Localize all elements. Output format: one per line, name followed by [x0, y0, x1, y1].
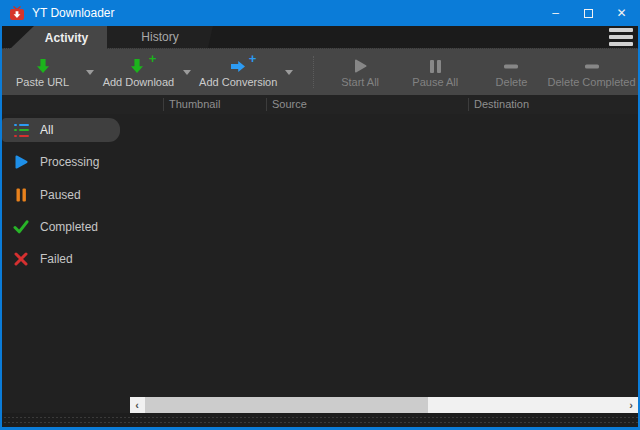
paste-url-button[interactable]: Paste URL	[6, 49, 79, 95]
column-separator	[266, 98, 267, 111]
hamburger-menu-icon[interactable]	[609, 28, 633, 46]
column-destination[interactable]: Destination	[474, 95, 529, 114]
column-thumbnail[interactable]: Thumbnail	[169, 95, 220, 114]
minus-icon	[583, 57, 601, 75]
orange-pause-icon	[13, 187, 29, 203]
toolbar: Paste URL + Add Download + Add Conversio…	[2, 48, 638, 95]
app-logo-icon	[9, 6, 25, 21]
green-check-icon	[13, 219, 29, 235]
pause-all-button[interactable]: Pause All	[401, 49, 470, 95]
delete-completed-button[interactable]: Delete Completed	[545, 49, 638, 95]
sidebar-item-label: Processing	[40, 155, 99, 169]
sidebar-item-label: All	[40, 123, 53, 137]
maximize-icon	[584, 9, 593, 18]
green-down-arrow-icon	[34, 57, 52, 75]
colored-list-icon	[13, 122, 29, 138]
hamburger-bar	[609, 35, 633, 39]
paste-url-dropdown-button[interactable]	[79, 49, 100, 95]
delete-button[interactable]: Delete	[480, 49, 543, 95]
chevron-down-icon	[183, 70, 191, 75]
plus-icon: +	[149, 53, 157, 65]
minus-icon	[502, 57, 520, 75]
column-separator	[468, 98, 469, 111]
chevron-down-icon	[285, 70, 293, 75]
delete-completed-label: Delete Completed	[548, 76, 636, 88]
sidebar-item-label: Completed	[40, 220, 98, 234]
minimize-button[interactable]: –	[539, 0, 572, 26]
add-download-dropdown-button[interactable]	[177, 49, 198, 95]
sidebar-item-label: Paused	[40, 188, 81, 202]
status-bar	[2, 413, 638, 427]
filter-sidebar: All Processing Paused Completed	[2, 114, 130, 413]
add-conversion-dropdown-button[interactable]	[279, 49, 300, 95]
paste-url-label: Paste URL	[16, 76, 69, 88]
download-list-area: All Processing Paused Completed	[2, 114, 638, 413]
delete-label: Delete	[496, 76, 528, 88]
pause-all-label: Pause All	[412, 76, 458, 88]
play-icon	[351, 57, 369, 75]
toolbar-separator	[313, 56, 314, 88]
app-window: YT Downloader – ✕ Activity History Paste…	[0, 0, 640, 430]
start-all-button[interactable]: Start All	[327, 49, 392, 95]
scrollbar-thumb[interactable]	[145, 397, 428, 413]
red-x-icon	[13, 251, 29, 267]
window-title: YT Downloader	[32, 6, 115, 20]
sidebar-item-processing[interactable]: Processing	[2, 150, 130, 174]
scroll-left-button[interactable]: ‹	[130, 397, 144, 413]
column-source[interactable]: Source	[272, 95, 307, 114]
close-button[interactable]: ✕	[605, 0, 638, 26]
tab-bar: Activity History	[2, 26, 638, 48]
titlebar: YT Downloader – ✕	[2, 0, 638, 26]
scroll-right-button[interactable]: ›	[624, 397, 638, 413]
maximize-button[interactable]	[572, 0, 605, 26]
plus-icon: +	[249, 53, 257, 65]
sidebar-item-all[interactable]: All	[2, 118, 120, 142]
pause-icon	[426, 57, 444, 75]
horizontal-scrollbar[interactable]: ‹ ›	[130, 397, 638, 413]
sidebar-item-label: Failed	[40, 252, 73, 266]
sidebar-item-paused[interactable]: Paused	[2, 183, 130, 207]
list-column-header: Thumbnail Source Destination	[2, 95, 638, 114]
add-download-label: Add Download	[103, 76, 175, 88]
chevron-down-icon	[86, 70, 94, 75]
tab-activity[interactable]: Activity	[10, 26, 107, 49]
add-download-button[interactable]: + Add Download	[100, 49, 177, 95]
window-controls: – ✕	[539, 0, 638, 26]
tab-history[interactable]: History	[107, 26, 213, 48]
start-all-label: Start All	[341, 76, 379, 88]
sidebar-item-failed[interactable]: Failed	[2, 247, 130, 271]
hamburger-bar	[609, 28, 633, 32]
green-down-arrow-plus-icon: +	[129, 57, 147, 75]
sidebar-item-completed[interactable]: Completed	[2, 215, 130, 239]
blue-play-icon	[13, 154, 29, 170]
add-conversion-button[interactable]: + Add Conversion	[198, 49, 279, 95]
add-conversion-label: Add Conversion	[199, 76, 277, 88]
blue-right-arrow-plus-icon: +	[229, 57, 247, 75]
column-separator	[163, 98, 164, 111]
hamburger-bar	[609, 42, 633, 46]
